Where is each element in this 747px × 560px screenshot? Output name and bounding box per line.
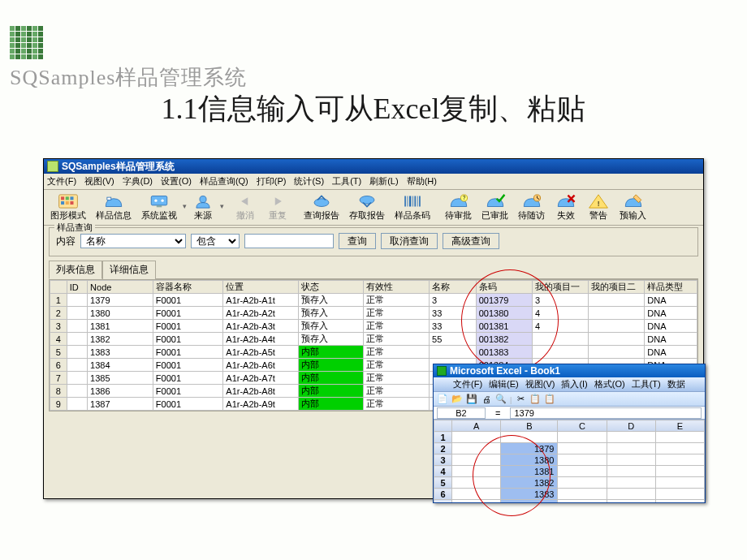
toolbar-label: 系统监视 xyxy=(141,209,177,222)
menu-item[interactable]: 设置(O) xyxy=(161,175,192,187)
toolbar-待审批[interactable]: ?待审批 xyxy=(440,192,477,223)
svg-text:!: ! xyxy=(598,199,600,208)
col-header[interactable]: 名称 xyxy=(430,281,477,294)
open-icon[interactable]: 📂 xyxy=(451,394,463,405)
excel-row[interactable]: 61383 xyxy=(434,489,705,500)
toolbar-icon xyxy=(555,193,577,209)
menu-bar: 文件(F)视图(V)字典(D)设置(O)样品查询(Q)打印(P)统计(S)工具(… xyxy=(44,174,703,190)
svg-rect-8 xyxy=(151,196,167,205)
menu-item[interactable]: 打印(P) xyxy=(257,175,287,187)
search-cancel-button[interactable]: 取消查询 xyxy=(381,233,438,249)
search-query-button[interactable]: 查询 xyxy=(339,233,376,249)
toolbar-label: 重复 xyxy=(269,209,287,222)
table-row[interactable]: 31381F0001A1r-A2b-A3t预存入正常330013814DNA xyxy=(50,320,697,333)
toolbar-系统监视[interactable]: 系统监视 xyxy=(136,192,182,223)
excel-menu-item[interactable]: 工具(T) xyxy=(632,378,661,390)
table-row[interactable]: 21380F0001A1r-A2b-A2t预存入正常330013804DNA xyxy=(50,307,697,320)
search-text[interactable] xyxy=(244,234,334,248)
copy-icon[interactable]: 📋 xyxy=(529,394,541,405)
name-box[interactable]: B2 xyxy=(437,407,486,419)
excel-menu-item[interactable]: 插入(I) xyxy=(561,378,587,390)
tab-列表信息[interactable]: 列表信息 xyxy=(49,261,102,279)
menu-item[interactable]: 字典(D) xyxy=(123,175,153,187)
toolbar-已审批[interactable]: 已审批 xyxy=(477,192,513,223)
toolbar-警告[interactable]: !警告 xyxy=(582,192,615,223)
menu-item[interactable]: 统计(S) xyxy=(294,175,324,187)
toolbar-存取报告[interactable]: 存取报告 xyxy=(344,192,390,223)
table-row[interactable]: 11379F0001A1r-A2b-A1t预存入正常30013793DNA xyxy=(50,294,697,307)
search-op-combo[interactable]: 包含 xyxy=(191,234,240,248)
excel-col-header[interactable]: E xyxy=(655,420,704,432)
excel-titlebar[interactable]: Microsoft Excel - Book1 xyxy=(434,364,705,377)
toolbar-icon xyxy=(401,193,424,209)
col-header[interactable]: 我的项目一 xyxy=(532,281,588,294)
excel-row[interactable]: 1 xyxy=(434,432,705,443)
preview-icon[interactable]: 🔍 xyxy=(495,394,507,405)
excel-menu-item[interactable]: 数据 xyxy=(667,378,685,390)
print-icon[interactable]: 🖨 xyxy=(481,394,492,405)
col-header[interactable]: 条码 xyxy=(476,281,532,294)
table-row[interactable]: 41382F0001A1r-A2b-A4t预存入正常55001382DNA xyxy=(50,333,697,346)
paste-icon[interactable]: 📋 xyxy=(544,394,555,405)
save-icon[interactable]: 💾 xyxy=(466,394,477,405)
menu-item[interactable]: 样品查询(Q) xyxy=(200,175,248,187)
excel-menu-item[interactable]: 格式(O) xyxy=(594,378,625,390)
excel-menu-item[interactable]: 文件(F) xyxy=(453,378,482,390)
new-icon[interactable]: 📄 xyxy=(437,394,448,405)
excel-menu-item[interactable]: 视图(V) xyxy=(525,378,555,390)
search-advanced-button[interactable]: 高级查询 xyxy=(443,233,499,249)
search-group: 内容 名称 包含 查询 取消查询 高级查询 xyxy=(49,227,698,256)
toolbar-来源[interactable]: 来源 xyxy=(187,192,219,223)
cut-icon[interactable]: ✂ xyxy=(515,394,526,405)
col-header[interactable]: 样品类型 xyxy=(645,281,697,294)
slide-app-name: SQSamples样品管理系统 xyxy=(10,63,247,92)
logo-icon xyxy=(10,26,43,59)
col-header[interactable]: 我的项目二 xyxy=(589,281,645,294)
menu-item[interactable]: 刷新(L) xyxy=(369,175,398,187)
table-row[interactable]: 51383F0001A1r-A2b-A5t内部正常001383DNA xyxy=(50,346,697,359)
toolbar-样品信息[interactable]: 样品信息 xyxy=(91,192,136,223)
row-header-corner xyxy=(50,281,67,294)
excel-row[interactable]: 21379 xyxy=(434,443,705,454)
toolbar-待随访[interactable]: 待随访 xyxy=(513,192,550,223)
col-header[interactable]: 有效性 xyxy=(364,281,430,294)
menu-item[interactable]: 工具(T) xyxy=(332,175,361,187)
toolbar-label: 已审批 xyxy=(481,209,508,222)
svg-point-9 xyxy=(154,200,157,202)
excel-grid[interactable]: ABCDE12137931380413815138261383713848138… xyxy=(434,420,705,503)
col-header[interactable]: 位置 xyxy=(223,281,298,294)
excel-row[interactable]: 71384 xyxy=(434,500,705,504)
toolbar-icon xyxy=(484,193,507,209)
excel-window: Microsoft Excel - Book1 文件(F)编辑(E)视图(V)插… xyxy=(433,364,706,503)
toolbar-失效[interactable]: 失效 xyxy=(550,192,582,223)
menu-item[interactable]: 帮助(H) xyxy=(407,175,437,187)
app-titlebar[interactable]: SQSamples样品管理系统 xyxy=(44,159,703,174)
col-header[interactable]: 容器名称 xyxy=(153,281,223,294)
toolbar-预输入[interactable]: 预输入 xyxy=(615,192,651,223)
col-header[interactable]: 状态 xyxy=(298,281,364,294)
toolbar-图形模式[interactable]: 图形模式 xyxy=(45,192,91,223)
toolbar-查询报告[interactable]: 查询报告 xyxy=(299,192,344,223)
toolbar-样品条码[interactable]: 样品条码 xyxy=(390,192,435,223)
excel-col-header[interactable]: C xyxy=(558,420,607,432)
toolbar-label: 样品条码 xyxy=(395,209,430,222)
toolbar-label: 查询报告 xyxy=(304,209,339,222)
menu-item[interactable]: 视图(V) xyxy=(84,175,114,187)
excel-col-header[interactable]: A xyxy=(452,420,501,432)
search-field-combo[interactable]: 名称 xyxy=(80,234,186,248)
svg-rect-20 xyxy=(417,196,418,207)
excel-row[interactable]: 31380 xyxy=(434,454,705,466)
menu-item[interactable]: 文件(F) xyxy=(47,175,76,187)
excel-row[interactable]: 41381 xyxy=(434,466,705,477)
excel-row[interactable]: 51382 xyxy=(434,477,705,489)
col-header[interactable]: Node xyxy=(88,281,153,294)
formula-value[interactable]: 1379 xyxy=(510,407,702,419)
excel-toolbar: 📄 📂 💾 🖨 🔍 | ✂ 📋 📋 xyxy=(434,392,705,407)
excel-menu-item[interactable]: 编辑(E) xyxy=(489,378,519,390)
excel-col-header[interactable]: D xyxy=(607,420,655,432)
col-header[interactable]: ID xyxy=(67,281,87,294)
excel-col-header[interactable]: B xyxy=(501,420,558,432)
toolbar-icon xyxy=(192,193,214,209)
svg-rect-1 xyxy=(61,196,64,200)
tab-详细信息[interactable]: 详细信息 xyxy=(102,261,156,279)
